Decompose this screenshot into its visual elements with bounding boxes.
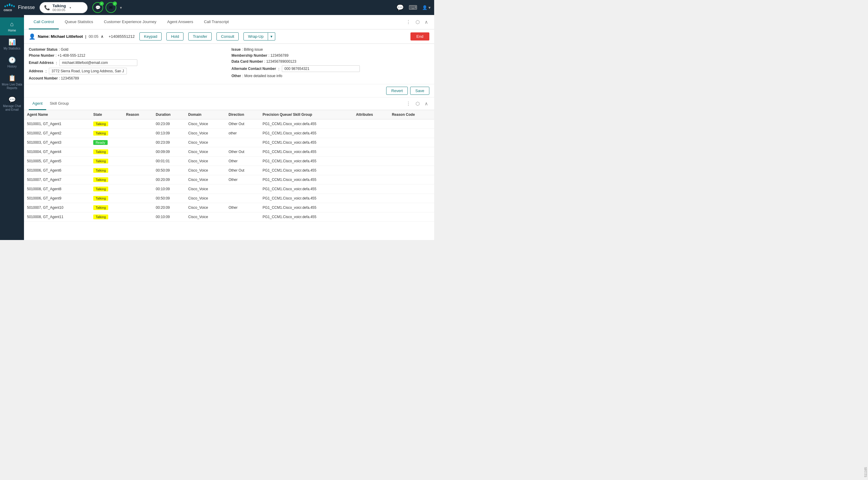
top-nav: CISCO Finesse 📞 Talking 00:00:05 ▾ 💬 ✓ ✉…: [0, 0, 434, 15]
sidebar-item-more-live-data-label: More Live Data Reports: [1, 83, 23, 90]
tab-agent-answers[interactable]: Agent Answers: [162, 15, 198, 29]
sidebar-item-history[interactable]: 🕐 History: [0, 53, 24, 71]
phone-icon: 📞: [44, 5, 50, 10]
cell-attributes: [353, 157, 389, 166]
tab-call-control[interactable]: Call Control: [29, 15, 59, 29]
cell-reason: [123, 194, 153, 203]
cell-reason: [123, 138, 153, 147]
col-domain: Domain: [185, 110, 225, 119]
issue-row: Issue : Billing issue: [231, 48, 429, 52]
cell-domain: Cisco_Voice: [185, 138, 225, 147]
cell-agent-name: 5010003, GT_Agent3: [24, 138, 90, 147]
more-options-button[interactable]: ⋮: [405, 18, 412, 26]
cell-queue: PG1_CCM1.Cisco_voicr.defa.455: [260, 166, 353, 175]
sidebar-item-manage-chat-email-label: Manage Chat and Email: [1, 104, 23, 112]
tab-actions: ⋮ ⬡ ∧: [405, 18, 429, 26]
cell-reason-code: [389, 184, 434, 194]
expand-button[interactable]: ⬡: [414, 18, 421, 26]
collapse-button[interactable]: ∧: [423, 18, 429, 26]
email-address-input[interactable]: [59, 59, 137, 66]
sidebar-item-manage-chat-email[interactable]: 💬 Manage Chat and Email: [0, 93, 24, 115]
cell-duration: 00:10:09: [153, 184, 185, 194]
cell-agent-name: 5010002, GT_Agent2: [24, 129, 90, 138]
transfer-button[interactable]: Transfer: [188, 32, 212, 40]
cell-queue: PG1_CCM1.Cisco_voicr.defa.455: [260, 194, 353, 203]
agent-more-options-button[interactable]: ⋮: [405, 99, 412, 108]
cell-state: Talking: [90, 119, 123, 129]
home-icon: ⌂: [10, 21, 14, 28]
cell-agent-name: 5010006, GT_Agent6: [24, 166, 90, 175]
user-profile-button[interactable]: 👤 ▾: [422, 5, 431, 10]
tab-call-transcript[interactable]: Call Transcript: [199, 15, 234, 29]
chat-media-button[interactable]: 💬 ✓: [92, 2, 103, 13]
cell-queue: PG1_CCM1.Cisco_voicr.defa.455: [260, 119, 353, 129]
nav-right-icons: 💬 ⌨ 👤 ▾: [396, 4, 431, 11]
cell-direction: [225, 184, 260, 194]
cell-state: Talking: [90, 175, 123, 184]
cell-attributes: [353, 166, 389, 175]
caller-name: Name: Michael Littlefoot: [38, 34, 83, 39]
agent-tab-skill-group[interactable]: Skill Group: [46, 97, 72, 110]
cell-attributes: [353, 175, 389, 184]
cell-direction: Other: [225, 203, 260, 212]
agent-collapse-button[interactable]: ∧: [423, 99, 429, 108]
address-input[interactable]: [49, 68, 127, 74]
address-row: Address :: [29, 68, 227, 74]
cell-reason-code: [389, 147, 434, 157]
colon-address: :: [44, 69, 48, 73]
other-label: Other: [231, 74, 241, 78]
cell-state: Talking: [90, 147, 123, 157]
col-reason: Reason: [123, 110, 153, 119]
cell-duration: 00:01:01: [153, 157, 185, 166]
agent-tab-agent[interactable]: Agent: [29, 97, 46, 110]
table-row: 5010008, GT_Agent8 Talking 00:10:09 Cisc…: [24, 184, 434, 194]
call-status-pill[interactable]: 📞 Talking 00:00:05 ▾: [39, 2, 88, 13]
agent-data-table: Agent Name State Reason Duration Domain …: [24, 110, 434, 222]
cell-domain: Cisco_Voice: [185, 203, 225, 212]
cell-domain: Cisco_Voice: [185, 166, 225, 175]
cell-attributes: [353, 212, 389, 222]
table-header-row: Agent Name State Reason Duration Domain …: [24, 110, 434, 119]
wrap-up-chevron-button[interactable]: ▾: [268, 32, 275, 40]
agent-expand-button[interactable]: ⬡: [414, 99, 421, 108]
email-address-row: Email Address :: [29, 59, 227, 66]
table-row: 5010007, GT_Agent7 Talking 00:20:09 Cisc…: [24, 175, 434, 184]
save-button[interactable]: Save: [410, 87, 429, 95]
notification-button[interactable]: 💬: [396, 4, 404, 11]
customer-info-left: Customer Status : Gold Phone Number : +1…: [29, 48, 227, 81]
sidebar-item-my-statistics[interactable]: 📊 My Statistics: [0, 35, 24, 53]
sidebar-item-home[interactable]: ⌂ Home: [0, 18, 24, 35]
consult-button[interactable]: Consult: [216, 32, 239, 40]
alternate-contact-input[interactable]: [282, 65, 360, 72]
dialpad-button[interactable]: ⌨: [409, 4, 417, 11]
content-area: Call Control Queue Statistics Customer E…: [24, 15, 434, 240]
cell-duration: 00:23:09: [153, 119, 185, 129]
revert-button[interactable]: Revert: [386, 87, 408, 95]
customer-info-grid: Customer Status : Gold Phone Number : +1…: [24, 44, 434, 84]
media-dropdown-button[interactable]: ▾: [119, 4, 123, 11]
cell-reason: [123, 203, 153, 212]
sidebar-item-more-live-data[interactable]: 📋 More Live Data Reports: [0, 71, 24, 93]
email-media-button[interactable]: ✉ ✓: [105, 2, 116, 13]
cell-domain: Cisco_Voice: [185, 157, 225, 166]
tab-customer-experience[interactable]: Customer Experience Journey: [99, 15, 161, 29]
tab-queue-statistics[interactable]: Queue Statistics: [60, 15, 98, 29]
cell-direction: Other: [225, 157, 260, 166]
wrap-up-button[interactable]: Wrap-Up: [244, 32, 268, 40]
call-status-text: Talking 00:00:05: [53, 4, 66, 12]
end-call-button[interactable]: End: [410, 32, 429, 40]
cell-reason: [123, 119, 153, 129]
live-data-icon: 📋: [8, 74, 16, 82]
cell-reason: [123, 147, 153, 157]
agent-table-scroll[interactable]: Agent Name State Reason Duration Domain …: [24, 110, 434, 240]
cell-state: Ready: [90, 138, 123, 147]
hold-button[interactable]: Hold: [166, 32, 184, 40]
phone-number-value: : +1-408-555-1212: [56, 53, 85, 58]
avatar-icon: 👤: [422, 5, 427, 10]
issue-value: : Billing issue: [242, 48, 263, 52]
cell-reason-code: [389, 194, 434, 203]
cell-agent-name: 5010007, GT_Agent10: [24, 203, 90, 212]
svg-rect-3: [4, 5, 6, 7]
keypad-button[interactable]: Keypad: [140, 32, 162, 40]
address-label: Address: [29, 69, 43, 73]
